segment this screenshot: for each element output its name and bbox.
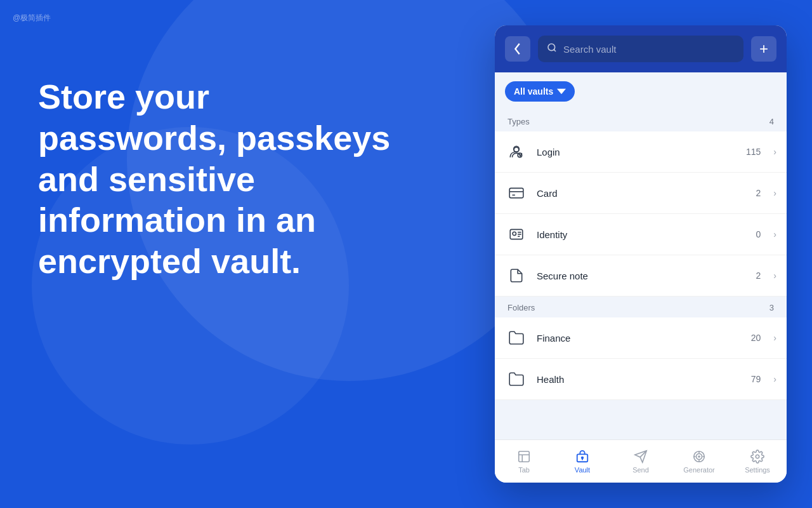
types-title: Types	[508, 117, 530, 126]
svg-point-22	[698, 456, 700, 457]
nav-item-generator[interactable]: Generator	[670, 440, 728, 483]
health-folder-icon	[505, 368, 528, 391]
login-icon	[505, 140, 528, 163]
identity-count: 0	[756, 229, 761, 239]
nav-send-label: Send	[632, 466, 649, 474]
nav-tab-label: Tab	[518, 466, 530, 474]
folders-section-header: Folders 3	[495, 297, 787, 318]
nav-item-send[interactable]: Send	[612, 440, 670, 483]
secure-note-count: 2	[756, 271, 761, 281]
folders-title: Folders	[508, 303, 535, 312]
nav-item-tab[interactable]: Tab	[495, 440, 553, 483]
list-item-login[interactable]: Login 115 ›	[495, 131, 787, 173]
health-count: 79	[751, 374, 761, 384]
vault-filter-section: All vaults	[495, 72, 787, 108]
folders-count: 3	[769, 303, 774, 312]
types-count: 4	[769, 117, 774, 126]
all-vaults-button[interactable]: All vaults	[505, 81, 575, 102]
nav-settings-label: Settings	[745, 466, 770, 474]
svg-point-27	[756, 455, 759, 458]
add-button[interactable]: +	[751, 36, 776, 62]
svg-line-2	[554, 50, 556, 51]
search-placeholder: Search vault	[563, 44, 616, 55]
types-section-header: Types 4	[495, 110, 787, 131]
search-bar[interactable]: Search vault	[538, 36, 743, 62]
hero-text: Store your passwords, passkeys and sensi…	[38, 76, 406, 282]
list-item-secure-note[interactable]: Secure note 2 ›	[495, 255, 787, 297]
finance-chevron: ›	[773, 333, 776, 343]
identity-label: Identity	[537, 229, 747, 240]
svg-rect-6	[509, 188, 523, 197]
popup-header: Search vault +	[495, 25, 787, 72]
health-chevron: ›	[773, 374, 776, 384]
back-button[interactable]	[505, 36, 530, 62]
identity-chevron: ›	[773, 229, 776, 239]
svg-point-16	[582, 457, 584, 458]
nav-generator-label: Generator	[683, 466, 715, 474]
card-label: Card	[537, 188, 747, 199]
popup-window: Search vault + All vaults Types 4	[495, 25, 787, 483]
finance-label: Finance	[537, 333, 742, 344]
watermark-text: @极简插件	[13, 13, 51, 23]
nav-item-vault[interactable]: Vault	[553, 440, 612, 483]
login-chevron: ›	[773, 147, 776, 157]
finance-count: 20	[751, 333, 761, 343]
card-icon	[505, 182, 528, 204]
popup-content[interactable]: Types 4 Login 115 ›	[495, 108, 787, 439]
note-icon	[505, 264, 528, 287]
list-item-health[interactable]: Health 79 ›	[495, 359, 787, 400]
search-icon	[547, 43, 557, 55]
bottom-navigation: Tab Vault Send	[495, 439, 787, 483]
login-count: 115	[746, 147, 761, 157]
card-chevron: ›	[773, 188, 776, 198]
svg-point-1	[548, 44, 555, 51]
finance-folder-icon	[505, 326, 528, 349]
list-item-finance[interactable]: Finance 20 ›	[495, 318, 787, 359]
nav-item-settings[interactable]: Settings	[728, 440, 787, 483]
login-label: Login	[537, 147, 737, 157]
health-label: Health	[537, 374, 742, 385]
nav-vault-label: Vault	[575, 466, 590, 474]
secure-note-chevron: ›	[773, 271, 776, 281]
svg-rect-14	[519, 451, 530, 462]
secure-note-label: Secure note	[537, 271, 747, 281]
list-item-card[interactable]: Card 2 ›	[495, 173, 787, 214]
card-count: 2	[756, 188, 761, 198]
svg-point-10	[513, 232, 516, 235]
identity-icon	[505, 223, 528, 246]
list-item-identity[interactable]: Identity 0 ›	[495, 214, 787, 255]
